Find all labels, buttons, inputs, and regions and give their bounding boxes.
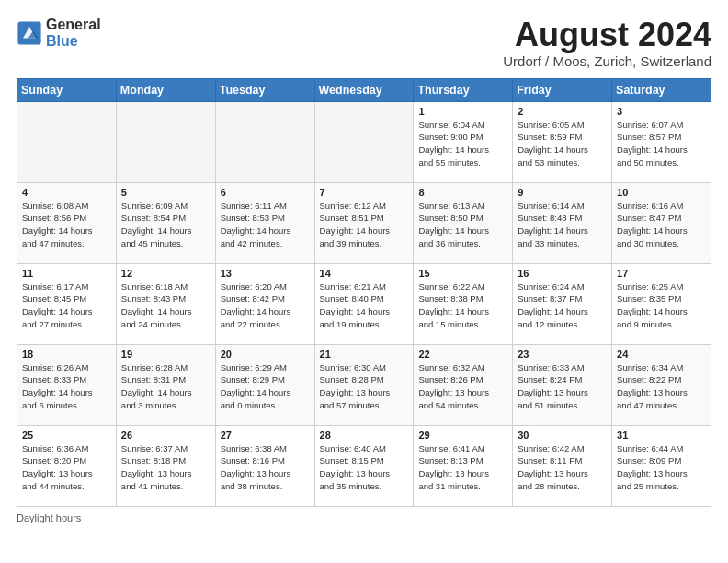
day-number: 4: [22, 187, 111, 198]
cell-day-31: 31Sunrise: 6:44 AM Sunset: 8:09 PM Dayli…: [612, 425, 711, 506]
logo-blue: Blue: [46, 33, 101, 50]
col-header-saturday: Saturday: [612, 78, 711, 101]
day-info: Sunrise: 6:21 AM Sunset: 8:40 PM Dayligh…: [320, 281, 409, 331]
day-number: 1: [418, 106, 507, 117]
day-info: Sunrise: 6:26 AM Sunset: 8:33 PM Dayligh…: [22, 362, 111, 412]
logo-general: General: [46, 17, 101, 33]
day-number: 17: [617, 268, 706, 279]
cell-day-1: 1Sunrise: 6:04 AM Sunset: 9:00 PM Daylig…: [414, 101, 513, 182]
day-info: Sunrise: 6:40 AM Sunset: 8:15 PM Dayligh…: [320, 442, 409, 493]
cell-day-14: 14Sunrise: 6:21 AM Sunset: 8:40 PM Dayli…: [314, 263, 414, 344]
title-block: August 2024 Urdorf / Moos, Zurich, Switz…: [503, 17, 711, 69]
cell-day-11: 11Sunrise: 6:17 AM Sunset: 8:45 PM Dayli…: [17, 263, 117, 344]
week-row-1: 1Sunrise: 6:04 AM Sunset: 9:00 PM Daylig…: [17, 101, 711, 182]
cell-day-10: 10Sunrise: 6:16 AM Sunset: 8:47 PM Dayli…: [612, 182, 711, 263]
day-number: 29: [418, 430, 507, 441]
col-header-tuesday: Tuesday: [215, 78, 314, 101]
page: General Blue August 2024 Urdorf / Moos, …: [0, 0, 728, 533]
day-info: Sunrise: 6:36 AM Sunset: 8:20 PM Dayligh…: [22, 442, 111, 493]
cell-day-5: 5Sunrise: 6:09 AM Sunset: 8:54 PM Daylig…: [116, 182, 215, 263]
day-number: 6: [221, 187, 310, 198]
cell-day-19: 19Sunrise: 6:28 AM Sunset: 8:31 PM Dayli…: [116, 344, 215, 425]
header-row: SundayMondayTuesdayWednesdayThursdayFrid…: [17, 78, 711, 101]
day-number: 28: [320, 430, 409, 441]
day-info: Sunrise: 6:38 AM Sunset: 8:16 PM Dayligh…: [221, 442, 310, 493]
cell-day-25: 25Sunrise: 6:36 AM Sunset: 8:20 PM Dayli…: [17, 425, 117, 506]
day-info: Sunrise: 6:34 AM Sunset: 8:22 PM Dayligh…: [617, 362, 706, 412]
col-header-friday: Friday: [513, 78, 612, 101]
day-info: Sunrise: 6:42 AM Sunset: 8:11 PM Dayligh…: [518, 442, 607, 493]
day-number: 15: [418, 268, 507, 279]
day-number: 18: [22, 349, 111, 360]
calendar-table: SundayMondayTuesdayWednesdayThursdayFrid…: [17, 78, 711, 507]
day-info: Sunrise: 6:25 AM Sunset: 8:35 PM Dayligh…: [617, 281, 706, 331]
day-info: Sunrise: 6:29 AM Sunset: 8:29 PM Dayligh…: [221, 362, 310, 412]
cell-day-27: 27Sunrise: 6:38 AM Sunset: 8:16 PM Dayli…: [215, 425, 314, 506]
cell-day-15: 15Sunrise: 6:22 AM Sunset: 8:38 PM Dayli…: [414, 263, 513, 344]
cell-day-28: 28Sunrise: 6:40 AM Sunset: 8:15 PM Dayli…: [314, 425, 414, 506]
day-number: 7: [320, 187, 409, 198]
day-number: 13: [221, 268, 310, 279]
cell-day-empty: [17, 101, 117, 182]
day-info: Sunrise: 6:18 AM Sunset: 8:43 PM Dayligh…: [121, 281, 210, 331]
cell-day-9: 9Sunrise: 6:14 AM Sunset: 8:48 PM Daylig…: [513, 182, 612, 263]
cell-day-20: 20Sunrise: 6:29 AM Sunset: 8:29 PM Dayli…: [215, 344, 314, 425]
day-info: Sunrise: 6:33 AM Sunset: 8:24 PM Dayligh…: [518, 362, 607, 412]
cell-day-3: 3Sunrise: 6:07 AM Sunset: 8:57 PM Daylig…: [612, 101, 711, 182]
day-number: 27: [221, 430, 310, 441]
day-number: 23: [518, 349, 607, 360]
day-number: 8: [418, 187, 507, 198]
cell-day-26: 26Sunrise: 6:37 AM Sunset: 8:18 PM Dayli…: [116, 425, 215, 506]
day-number: 24: [617, 349, 706, 360]
cell-day-13: 13Sunrise: 6:20 AM Sunset: 8:42 PM Dayli…: [215, 263, 314, 344]
cell-day-18: 18Sunrise: 6:26 AM Sunset: 8:33 PM Dayli…: [17, 344, 117, 425]
logo-icon: [17, 20, 42, 46]
day-info: Sunrise: 6:32 AM Sunset: 8:26 PM Dayligh…: [418, 362, 507, 412]
col-header-sunday: Sunday: [17, 78, 117, 101]
day-number: 2: [518, 106, 607, 117]
day-number: 5: [121, 187, 210, 198]
day-number: 10: [617, 187, 706, 198]
cell-day-29: 29Sunrise: 6:41 AM Sunset: 8:13 PM Dayli…: [414, 425, 513, 506]
cell-day-21: 21Sunrise: 6:30 AM Sunset: 8:28 PM Dayli…: [314, 344, 414, 425]
day-number: 21: [320, 349, 409, 360]
logo-text: General Blue: [46, 17, 101, 49]
cell-day-6: 6Sunrise: 6:11 AM Sunset: 8:53 PM Daylig…: [215, 182, 314, 263]
cell-day-17: 17Sunrise: 6:25 AM Sunset: 8:35 PM Dayli…: [612, 263, 711, 344]
day-info: Sunrise: 6:13 AM Sunset: 8:50 PM Dayligh…: [418, 200, 507, 250]
cell-day-16: 16Sunrise: 6:24 AM Sunset: 8:37 PM Dayli…: [513, 263, 612, 344]
day-info: Sunrise: 6:44 AM Sunset: 8:09 PM Dayligh…: [617, 442, 706, 493]
day-info: Sunrise: 6:14 AM Sunset: 8:48 PM Dayligh…: [518, 200, 607, 250]
day-number: 12: [121, 268, 210, 279]
day-info: Sunrise: 6:22 AM Sunset: 8:38 PM Dayligh…: [418, 281, 507, 331]
cell-day-22: 22Sunrise: 6:32 AM Sunset: 8:26 PM Dayli…: [414, 344, 513, 425]
footer-label: Daylight hours: [17, 512, 81, 523]
day-info: Sunrise: 6:30 AM Sunset: 8:28 PM Dayligh…: [320, 362, 409, 412]
day-info: Sunrise: 6:11 AM Sunset: 8:53 PM Dayligh…: [221, 200, 310, 250]
day-number: 16: [518, 268, 607, 279]
logo: General Blue: [17, 17, 101, 49]
week-row-2: 4Sunrise: 6:08 AM Sunset: 8:56 PM Daylig…: [17, 182, 711, 263]
cell-day-empty: [116, 101, 215, 182]
day-info: Sunrise: 6:20 AM Sunset: 8:42 PM Dayligh…: [221, 281, 310, 331]
day-info: Sunrise: 6:04 AM Sunset: 9:00 PM Dayligh…: [418, 119, 507, 169]
week-row-4: 18Sunrise: 6:26 AM Sunset: 8:33 PM Dayli…: [17, 344, 711, 425]
day-info: Sunrise: 6:17 AM Sunset: 8:45 PM Dayligh…: [22, 281, 111, 331]
day-number: 20: [221, 349, 310, 360]
cell-day-empty: [215, 101, 314, 182]
cell-day-2: 2Sunrise: 6:05 AM Sunset: 8:59 PM Daylig…: [513, 101, 612, 182]
month-year: August 2024: [503, 17, 711, 53]
day-number: 14: [320, 268, 409, 279]
cell-day-7: 7Sunrise: 6:12 AM Sunset: 8:51 PM Daylig…: [314, 182, 414, 263]
cell-day-8: 8Sunrise: 6:13 AM Sunset: 8:50 PM Daylig…: [414, 182, 513, 263]
day-number: 3: [617, 106, 706, 117]
day-info: Sunrise: 6:16 AM Sunset: 8:47 PM Dayligh…: [617, 200, 706, 250]
day-number: 31: [617, 430, 706, 441]
day-number: 9: [518, 187, 607, 198]
cell-day-24: 24Sunrise: 6:34 AM Sunset: 8:22 PM Dayli…: [612, 344, 711, 425]
cell-day-12: 12Sunrise: 6:18 AM Sunset: 8:43 PM Dayli…: [116, 263, 215, 344]
location: Urdorf / Moos, Zurich, Switzerland: [503, 53, 711, 69]
cell-day-23: 23Sunrise: 6:33 AM Sunset: 8:24 PM Dayli…: [513, 344, 612, 425]
day-info: Sunrise: 6:09 AM Sunset: 8:54 PM Dayligh…: [121, 200, 210, 250]
day-info: Sunrise: 6:08 AM Sunset: 8:56 PM Dayligh…: [22, 200, 111, 250]
